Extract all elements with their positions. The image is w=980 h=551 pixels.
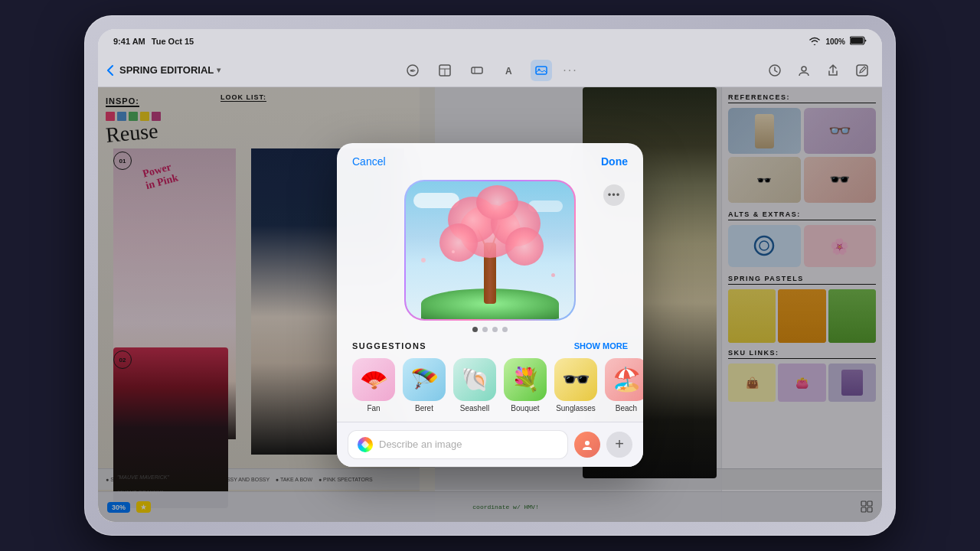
dropdown-arrow-icon: ▾ — [217, 66, 220, 74]
date-display: Tue Oct 15 — [152, 37, 194, 46]
suggestions-section: SUGGESTIONS SHOW MORE 🪭 Fan 🪂 — [337, 338, 643, 412]
canopy-lower-left — [439, 223, 478, 262]
suggestion-beret[interactable]: 🪂 Beret — [403, 358, 446, 412]
toolbar-left: SPRING EDITORIAL ▾ — [107, 64, 396, 76]
pagination-dots — [337, 319, 643, 338]
fan-label: Fan — [367, 404, 380, 412]
beach-emoji-bg: 🏖️ — [605, 358, 643, 401]
toolbar-center: ✒ A ··· — [402, 60, 577, 81]
edit-icon[interactable] — [851, 60, 873, 81]
suggestion-beach[interactable]: 🏖️ Beach — [605, 358, 643, 412]
ipad-device: 9:41 AM Tue Oct 15 100% — [84, 15, 896, 536]
person-icon[interactable] — [793, 60, 815, 81]
dot-4 — [502, 327, 508, 332]
back-button[interactable] — [107, 65, 113, 76]
image-preview-area: ••• — [337, 174, 643, 319]
svg-rect-7 — [472, 67, 482, 73]
sunglasses-label: Sunglasses — [556, 404, 596, 412]
seashell-label: Seashell — [460, 404, 489, 412]
toolbar-right — [584, 60, 873, 81]
suggestions-label: SUGGESTIONS — [352, 341, 426, 350]
svg-point-21 — [585, 441, 590, 445]
petal-3 — [452, 250, 455, 253]
done-button[interactable]: Done — [601, 155, 628, 168]
dot-2 — [482, 327, 488, 332]
apple-intelligence-icon — [358, 437, 373, 452]
sunglasses-emoji-bg: 🕶️ — [554, 358, 597, 401]
beret-emoji-bg: 🪂 — [403, 358, 446, 401]
table-icon[interactable] — [434, 60, 456, 81]
plus-button[interactable]: + — [606, 432, 632, 458]
modal-overlay: Cancel Done ••• — [98, 87, 882, 522]
svg-rect-14 — [857, 65, 867, 76]
status-right: 100% — [808, 36, 867, 47]
battery-label: 100% — [825, 37, 845, 46]
toolbar: SPRING EDITORIAL ▾ ✒ A — [98, 54, 882, 87]
suggestion-sunglasses[interactable]: 🕶️ Sunglasses — [554, 358, 597, 412]
fan-emoji-bg: 🪭 — [352, 358, 395, 401]
document-title: SPRING EDITORIAL ▾ — [119, 64, 220, 76]
svg-rect-10 — [536, 67, 547, 74]
time-display: 9:41 AM — [113, 37, 145, 46]
text-icon[interactable]: A — [498, 60, 520, 81]
cancel-button[interactable]: Cancel — [352, 155, 386, 168]
suggestions-row: 🪭 Fan 🪂 Beret 🐚 Seashell — [352, 358, 628, 412]
status-left: 9:41 AM Tue Oct 15 — [113, 37, 194, 46]
bouquet-emoji-bg: 💐 — [504, 358, 547, 401]
svg-point-13 — [802, 67, 806, 71]
svg-text:✒: ✒ — [410, 67, 416, 75]
suggestion-bouquet[interactable]: 💐 Bouquet — [504, 358, 547, 412]
beret-label: Beret — [415, 404, 433, 412]
search-placeholder: Describe an image — [379, 439, 558, 450]
show-more-button[interactable]: SHOW MORE — [574, 341, 628, 350]
beach-label: Beach — [616, 404, 637, 412]
petal-1 — [421, 258, 426, 262]
canopy-lower-right — [505, 227, 544, 266]
image-picker-modal: Cancel Done ••• — [337, 143, 643, 467]
person-button[interactable] — [574, 432, 600, 458]
dot-1 — [472, 327, 478, 332]
seashell-emoji-bg: 🐚 — [453, 358, 496, 401]
link-icon[interactable] — [466, 60, 488, 81]
cherry-blossom-image — [406, 181, 574, 319]
dot-3 — [492, 327, 498, 332]
battery-icon — [850, 36, 867, 47]
search-input-area[interactable]: Describe an image — [348, 430, 568, 459]
sky-background — [406, 181, 574, 319]
svg-text:A: A — [505, 66, 512, 77]
status-bar: 9:41 AM Tue Oct 15 100% — [98, 29, 882, 54]
more-dots-icon: ··· — [563, 64, 577, 77]
history-icon[interactable] — [764, 60, 786, 81]
suggestion-seashell[interactable]: 🐚 Seashell — [453, 358, 496, 412]
suggestion-fan[interactable]: 🪭 Fan — [352, 358, 395, 412]
image-icon[interactable] — [531, 60, 552, 81]
wifi-icon — [808, 36, 821, 47]
cherry-blossom-container — [406, 181, 574, 319]
svg-rect-1 — [851, 37, 864, 44]
ipad-screen: 9:41 AM Tue Oct 15 100% — [98, 29, 882, 522]
search-bar: Describe an image + — [337, 422, 643, 467]
petal-2 — [551, 273, 555, 277]
main-content: INSPO: Reuse LOOK LIST: — [98, 87, 882, 522]
bouquet-label: Bouquet — [511, 404, 539, 412]
more-options-button[interactable]: ••• — [603, 184, 625, 206]
suggestions-header: SUGGESTIONS SHOW MORE — [352, 341, 628, 350]
canopy-top — [476, 185, 518, 220]
share-icon[interactable] — [822, 60, 844, 81]
pen-icon[interactable]: ✒ — [402, 60, 423, 81]
modal-header: Cancel Done — [337, 143, 643, 174]
freeform-board[interactable]: INSPO: Reuse LOOK LIST: — [98, 87, 882, 522]
